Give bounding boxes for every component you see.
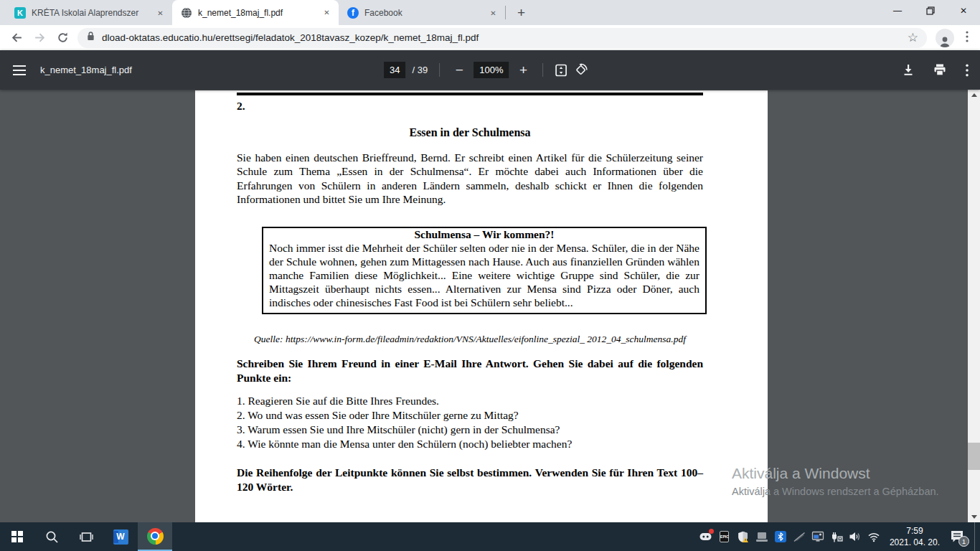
tab-strip: K KRÉTA Iskolai Alaprendszer ✕ k_nemet_1… bbox=[0, 0, 980, 25]
close-tab-icon[interactable]: ✕ bbox=[321, 6, 333, 19]
close-tab-icon[interactable]: ✕ bbox=[487, 7, 499, 19]
omnibox[interactable]: dload-oktatas.educatio.hu/erettsegi/fela… bbox=[77, 28, 927, 48]
point-list: 1. Reagieren Sie auf die Bitte Ihres Fre… bbox=[237, 394, 703, 451]
kreta-favicon-icon: K bbox=[14, 7, 26, 19]
fit-page-icon[interactable] bbox=[555, 64, 568, 77]
list-item: 1. Reagieren Sie auf die Bitte Ihres Fre… bbox=[237, 394, 703, 408]
taskbar-search-button[interactable] bbox=[34, 522, 69, 551]
section-number: 2. bbox=[237, 100, 703, 113]
page-count-label: / 39 bbox=[413, 65, 428, 75]
task-view-icon bbox=[80, 531, 93, 543]
url-text[interactable]: dload-oktatas.educatio.hu/erettsegi/fela… bbox=[102, 32, 901, 43]
page-number-input[interactable]: 34 bbox=[384, 62, 405, 78]
intro-paragraph: Sie haben einen deutschen Brieffreund, B… bbox=[237, 151, 703, 207]
quote-box: Schulmensa – Wir kommen?! Noch immer iss… bbox=[262, 227, 707, 314]
facebook-favicon-icon: f bbox=[347, 7, 359, 19]
lock-icon bbox=[86, 31, 95, 44]
list-item: 2. Wo und was essen Sie oder Ihre Mitsch… bbox=[237, 408, 703, 423]
show-desktop-button[interactable] bbox=[974, 522, 978, 551]
close-window-button[interactable]: ✕ bbox=[947, 0, 980, 22]
pdf-menu-icon[interactable] bbox=[13, 65, 26, 75]
tab-pdf[interactable]: k_nemet_18maj_fl.pdf ✕ bbox=[172, 0, 339, 25]
taskbar-chrome-button[interactable] bbox=[138, 522, 172, 551]
bookmark-star-icon[interactable]: ☆ bbox=[908, 30, 918, 45]
scroll-up-arrow[interactable] bbox=[968, 90, 980, 100]
pdf-page-controls: 34 / 39 − 100% + bbox=[384, 62, 588, 78]
action-center-button[interactable]: 1 bbox=[949, 529, 965, 544]
clock-date: 2021. 04. 20. bbox=[890, 537, 940, 548]
taskbar-clock[interactable]: 7:59 2021. 04. 20. bbox=[890, 525, 940, 548]
quote-box-title: Schulmensa – Wir kommen?! bbox=[269, 228, 699, 241]
scrollbar[interactable] bbox=[968, 90, 980, 522]
rotate-icon[interactable] bbox=[575, 63, 588, 77]
tab-title: KRÉTA Iskolai Alaprendszer bbox=[32, 8, 149, 18]
window-controls: — ✕ bbox=[881, 0, 980, 22]
zoom-level-display[interactable]: 100% bbox=[473, 62, 509, 78]
discord-notification-badge bbox=[709, 529, 714, 534]
zoom-in-button[interactable]: + bbox=[516, 62, 532, 78]
list-item: 3. Warum essen Sie und Ihre Mitschüler (… bbox=[237, 423, 703, 437]
tab-separator bbox=[505, 6, 506, 19]
new-tab-button[interactable]: + bbox=[512, 3, 531, 22]
reload-button[interactable] bbox=[52, 28, 73, 48]
volume-icon[interactable] bbox=[849, 530, 862, 543]
toolbar-divider bbox=[439, 63, 440, 77]
windows-logo-icon bbox=[11, 531, 23, 542]
tab-facebook[interactable]: f Facebook ✕ bbox=[339, 1, 505, 25]
quote-box-body: Noch immer isst die Mehrheit der Schüler… bbox=[269, 241, 699, 309]
tab-kreta[interactable]: K KRÉTA Iskolai Alaprendszer ✕ bbox=[6, 1, 172, 25]
close-tab-icon[interactable]: ✕ bbox=[154, 7, 166, 19]
pdf-more-options-icon[interactable] bbox=[966, 64, 969, 77]
task-view-button[interactable] bbox=[69, 522, 103, 551]
back-button[interactable] bbox=[6, 28, 27, 48]
zoom-out-button[interactable]: − bbox=[451, 62, 467, 78]
address-bar: dload-oktatas.educatio.hu/erettsegi/fela… bbox=[0, 25, 980, 50]
clock-time: 7:59 bbox=[890, 525, 940, 537]
document-page: 2. Essen in der Schulmensa Sie haben ein… bbox=[195, 90, 768, 522]
laptop-tray-icon[interactable] bbox=[755, 530, 768, 543]
taskbar: W EPIC bbox=[0, 522, 980, 551]
taskbar-word-button[interactable]: W bbox=[103, 522, 138, 551]
start-button[interactable] bbox=[0, 522, 34, 551]
print-icon[interactable] bbox=[933, 64, 946, 76]
epic-games-icon[interactable]: EPIC bbox=[718, 530, 731, 543]
task-paragraph: Schreiben Sie Ihrem Freund in einer E-Ma… bbox=[237, 357, 703, 385]
scrollbar-thumb[interactable] bbox=[968, 443, 980, 470]
security-shield-icon[interactable] bbox=[737, 530, 750, 543]
discord-icon[interactable] bbox=[699, 530, 712, 543]
safely-remove-hardware-icon[interactable] bbox=[830, 530, 843, 543]
screen: K KRÉTA Iskolai Alaprendszer ✕ k_nemet_1… bbox=[0, 0, 980, 551]
document-title: Essen in der Schulmensa bbox=[237, 126, 703, 139]
list-item: 4. Wie könnte man die Mensa unter den Sc… bbox=[237, 437, 703, 451]
pdf-toolbar: k_nemet_18maj_fl.pdf 34 / 39 − 100% + bbox=[0, 50, 980, 90]
wifi-icon[interactable] bbox=[867, 530, 880, 543]
pdf-action-buttons bbox=[903, 64, 969, 77]
source-line: Quelle: https://www.in-form.de/fileadmin… bbox=[237, 334, 703, 345]
system-tray: EPIC bbox=[699, 522, 980, 551]
toolbar-divider bbox=[543, 63, 544, 77]
chrome-icon bbox=[147, 528, 164, 545]
bluetooth-icon[interactable] bbox=[774, 530, 787, 543]
pdf-globe-favicon-icon bbox=[181, 7, 192, 19]
notification-count-badge: 1 bbox=[958, 536, 969, 547]
search-icon bbox=[45, 530, 59, 544]
minimize-button[interactable]: — bbox=[881, 0, 914, 22]
scroll-down-arrow[interactable] bbox=[968, 512, 980, 522]
display-settings-icon[interactable] bbox=[811, 530, 824, 543]
tab-title: k_nemet_18maj_fl.pdf bbox=[198, 8, 315, 18]
footer-paragraph: Die Reihenfolge der Leitpunkte können Si… bbox=[237, 466, 703, 494]
horizontal-rule bbox=[237, 93, 703, 95]
browser-menu-icon[interactable] bbox=[960, 31, 974, 45]
slashed-tray-icon[interactable] bbox=[793, 530, 806, 543]
restore-button[interactable] bbox=[914, 0, 947, 22]
forward-button[interactable] bbox=[29, 28, 50, 48]
pdf-filename: k_nemet_18maj_fl.pdf bbox=[40, 65, 132, 75]
word-icon: W bbox=[113, 529, 128, 545]
profile-avatar[interactable] bbox=[936, 29, 954, 47]
tab-title: Facebook bbox=[364, 8, 481, 18]
download-icon[interactable] bbox=[903, 64, 914, 76]
pdf-viewer[interactable]: 2. Essen in der Schulmensa Sie haben ein… bbox=[0, 90, 980, 522]
